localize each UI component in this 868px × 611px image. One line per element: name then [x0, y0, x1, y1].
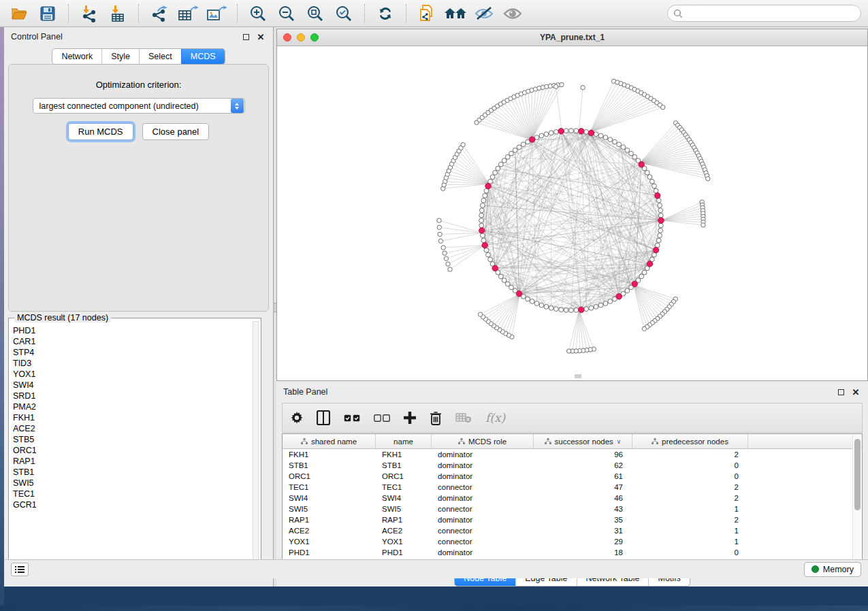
table-cell: dominator: [432, 514, 534, 525]
float-icon[interactable]: [240, 31, 251, 42]
network-splitter-grip[interactable]: [575, 374, 581, 378]
export-network-icon[interactable]: [147, 3, 172, 24]
chevron-down-icon[interactable]: ∨: [617, 438, 622, 445]
result-list-scrollbar[interactable]: [253, 321, 259, 567]
close-panel-button[interactable]: Close panel: [142, 123, 210, 140]
close-icon[interactable]: ✕: [850, 386, 861, 397]
mcds-result-item[interactable]: SRD1: [13, 391, 250, 401]
first-neighbors-icon[interactable]: [443, 3, 468, 24]
show-all-icon[interactable]: [500, 3, 525, 24]
zoom-selected-icon[interactable]: [332, 3, 356, 24]
run-mcds-button[interactable]: Run MCDS: [68, 123, 133, 140]
table-scrollbar-thumb[interactable]: [854, 439, 861, 510]
search-input[interactable]: [686, 9, 855, 18]
table-cell: 18: [534, 547, 632, 558]
hide-selected-icon[interactable]: [472, 3, 496, 24]
column-header-label: MCDS role: [468, 437, 507, 446]
column-header-MCDS-role[interactable]: MCDS role: [432, 434, 534, 448]
select-all-icon[interactable]: [344, 408, 360, 428]
function-builder-icon[interactable]: f(x): [485, 408, 505, 428]
column-layout-icon[interactable]: [317, 408, 330, 428]
mcds-result-item[interactable]: GCR1: [13, 499, 250, 510]
column-header-predecessor-nodes[interactable]: predecessor nodes: [632, 434, 748, 448]
mcds-result-item[interactable]: STB5: [13, 434, 250, 445]
import-network-icon[interactable]: [77, 3, 101, 24]
tab-network[interactable]: Network: [52, 49, 101, 64]
network-canvas[interactable]: [277, 46, 867, 380]
tab-select[interactable]: Select: [139, 49, 181, 64]
table-cell: TEC1: [376, 482, 432, 493]
mcds-result-item[interactable]: SWI5: [13, 478, 250, 489]
table-cell: 2: [632, 514, 748, 525]
mcds-result-item[interactable]: RAP1: [13, 456, 250, 467]
refresh-icon[interactable]: [373, 3, 398, 24]
search-box[interactable]: [667, 5, 861, 22]
column-header-shared-name[interactable]: shared name: [283, 434, 376, 448]
criterion-dropdown[interactable]: largest connected component (undirected): [33, 98, 245, 114]
table-row[interactable]: STB1STB1dominator620: [283, 460, 862, 471]
table-panel: Table Panel ✕: [276, 382, 868, 585]
table-cell: FKH1: [283, 449, 376, 460]
column-namespace-icon: [301, 438, 308, 444]
table-cell: dominator: [432, 471, 534, 482]
status-bar: Memory: [4, 559, 868, 578]
column-header-successor-nodes[interactable]: successor nodes∨: [534, 434, 632, 448]
table-row[interactable]: PHD1PHD1dominator180: [283, 547, 862, 558]
toolbar-separator: [138, 4, 139, 23]
import-table-icon[interactable]: [106, 3, 130, 24]
mcds-result-item[interactable]: STB1: [13, 467, 250, 478]
table-row[interactable]: SWI5SWI5connector431: [283, 503, 862, 514]
table-row[interactable]: FKH1FKH1dominator962: [283, 449, 862, 460]
table-row[interactable]: YOX1YOX1connector291: [283, 536, 862, 547]
column-header-name[interactable]: name: [376, 434, 432, 448]
task-history-button[interactable]: [11, 563, 29, 576]
mcds-result-item[interactable]: SWI4: [13, 380, 250, 391]
table-cell: 1: [632, 503, 748, 514]
table-cell: YOX1: [283, 536, 376, 547]
mcds-result-item[interactable]: TID3: [13, 358, 250, 369]
delete-column-icon[interactable]: [430, 408, 442, 428]
table-row[interactable]: ORC1ORC1dominator610: [283, 471, 862, 482]
memory-button[interactable]: Memory: [804, 562, 861, 577]
column-header-label: shared name: [311, 437, 357, 446]
table-cell: SWI4: [376, 493, 432, 503]
export-image-icon[interactable]: [204, 3, 229, 24]
cytoscape-app: Control Panel ✕ NetworkStyleSelectMCDS O…: [0, 0, 868, 611]
zoom-fit-icon[interactable]: [303, 3, 327, 24]
tab-style[interactable]: Style: [101, 49, 139, 64]
tab-mcds[interactable]: MCDS: [181, 49, 225, 64]
mcds-result-item[interactable]: STP4: [13, 347, 250, 358]
mcds-result-item[interactable]: YOX1: [13, 369, 250, 380]
table-row[interactable]: TEC1TEC1connector472: [283, 482, 862, 493]
mcds-result-item[interactable]: ACE2: [13, 423, 250, 434]
mcds-result-item[interactable]: TEC1: [13, 489, 250, 499]
table-row[interactable]: SWI4SWI4dominator462: [283, 493, 862, 503]
save-session-icon[interactable]: [35, 3, 60, 24]
open-file-icon[interactable]: [7, 3, 31, 24]
network-window-titlebar[interactable]: YPA_prune.txt_1: [277, 29, 867, 46]
table-cell: PHD1: [283, 547, 376, 558]
mcds-result-item[interactable]: CAR1: [13, 336, 250, 347]
table-cell: 1: [632, 525, 748, 536]
mcds-result-item[interactable]: FKH1: [13, 412, 250, 423]
export-table-icon[interactable]: [176, 3, 200, 24]
table-row[interactable]: RAP1RAP1dominator352: [283, 514, 862, 525]
table-cell: 43: [534, 503, 632, 514]
mcds-result-item[interactable]: PMA2: [13, 401, 250, 412]
table-cell: dominator: [432, 547, 534, 558]
delete-table-icon[interactable]: [455, 408, 472, 428]
mcds-result-item[interactable]: ORC1: [13, 445, 250, 456]
column-header-label: name: [393, 437, 413, 446]
table-row[interactable]: ACE2ACE2connector311: [283, 525, 862, 536]
add-column-icon[interactable]: [404, 408, 416, 428]
zoom-out-icon[interactable]: [274, 3, 299, 24]
close-icon[interactable]: ✕: [255, 31, 266, 42]
table-scrollbar[interactable]: [852, 435, 861, 564]
float-icon[interactable]: [835, 386, 846, 397]
zoom-in-icon[interactable]: [246, 3, 270, 24]
gear-icon[interactable]: [291, 408, 303, 428]
memory-status-icon: [811, 565, 819, 573]
new-network-from-selection-icon[interactable]: [415, 3, 439, 24]
deselect-all-icon[interactable]: [374, 408, 390, 428]
mcds-result-item[interactable]: PHD1: [13, 325, 250, 336]
